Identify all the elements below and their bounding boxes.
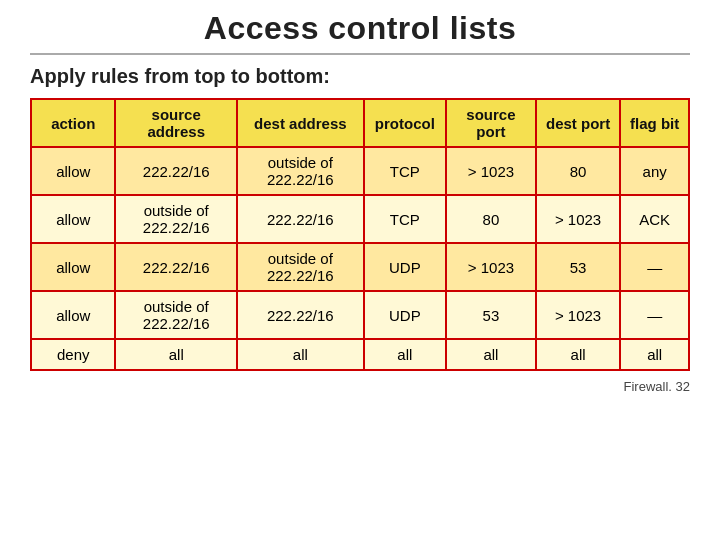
cell-source_address-row-0: 222.22/16 (115, 147, 236, 195)
page-container: Access control lists Apply rules from to… (0, 0, 720, 540)
cell-dest_address-row-2: outside of 222.22/16 (237, 243, 364, 291)
cell-source_port-row-4: all (446, 339, 536, 370)
col-header-dest-address: dest address (237, 99, 364, 147)
cell-protocol-row-3: UDP (364, 291, 446, 339)
cell-action-row-4: deny (31, 339, 115, 370)
cell-flag_bit-row-1: ACK (620, 195, 689, 243)
cell-dest_port-row-3: > 1023 (536, 291, 620, 339)
cell-action-row-1: allow (31, 195, 115, 243)
col-header-source-address: source address (115, 99, 236, 147)
subtitle: Apply rules from top to bottom: (30, 65, 690, 88)
table-header-row: action source address dest address proto… (31, 99, 689, 147)
cell-dest_address-row-0: outside of 222.22/16 (237, 147, 364, 195)
cell-action-row-0: allow (31, 147, 115, 195)
col-header-flag-bit: flag bit (620, 99, 689, 147)
cell-protocol-row-2: UDP (364, 243, 446, 291)
cell-dest_address-row-1: 222.22/16 (237, 195, 364, 243)
cell-action-row-3: allow (31, 291, 115, 339)
cell-dest_port-row-0: 80 (536, 147, 620, 195)
table-row: allowoutside of 222.22/16222.22/16TCP80>… (31, 195, 689, 243)
table-row: allow222.22/16outside of 222.22/16UDP> 1… (31, 243, 689, 291)
cell-source_address-row-3: outside of 222.22/16 (115, 291, 236, 339)
cell-dest_address-row-3: 222.22/16 (237, 291, 364, 339)
col-header-dest-port: dest port (536, 99, 620, 147)
cell-protocol-row-4: all (364, 339, 446, 370)
cell-source_address-row-1: outside of 222.22/16 (115, 195, 236, 243)
cell-flag_bit-row-0: any (620, 147, 689, 195)
cell-source_port-row-0: > 1023 (446, 147, 536, 195)
cell-source_port-row-2: > 1023 (446, 243, 536, 291)
table-row: allowoutside of 222.22/16222.22/16UDP53>… (31, 291, 689, 339)
cell-source_address-row-4: all (115, 339, 236, 370)
cell-dest_port-row-1: > 1023 (536, 195, 620, 243)
cell-flag_bit-row-3: — (620, 291, 689, 339)
cell-protocol-row-0: TCP (364, 147, 446, 195)
col-header-source-port: source port (446, 99, 536, 147)
cell-source_address-row-2: 222.22/16 (115, 243, 236, 291)
table-row: allow222.22/16outside of 222.22/16TCP> 1… (31, 147, 689, 195)
cell-protocol-row-1: TCP (364, 195, 446, 243)
cell-source_port-row-1: 80 (446, 195, 536, 243)
footer-text: Firewall. 32 (30, 379, 690, 394)
cell-dest_port-row-2: 53 (536, 243, 620, 291)
col-header-action: action (31, 99, 115, 147)
cell-dest_port-row-4: all (536, 339, 620, 370)
cell-dest_address-row-4: all (237, 339, 364, 370)
cell-flag_bit-row-4: all (620, 339, 689, 370)
table-row: denyallallallallallall (31, 339, 689, 370)
page-title: Access control lists (30, 10, 690, 47)
cell-action-row-2: allow (31, 243, 115, 291)
col-header-protocol: protocol (364, 99, 446, 147)
acl-table: action source address dest address proto… (30, 98, 690, 371)
cell-source_port-row-3: 53 (446, 291, 536, 339)
title-divider (30, 53, 690, 55)
cell-flag_bit-row-2: — (620, 243, 689, 291)
